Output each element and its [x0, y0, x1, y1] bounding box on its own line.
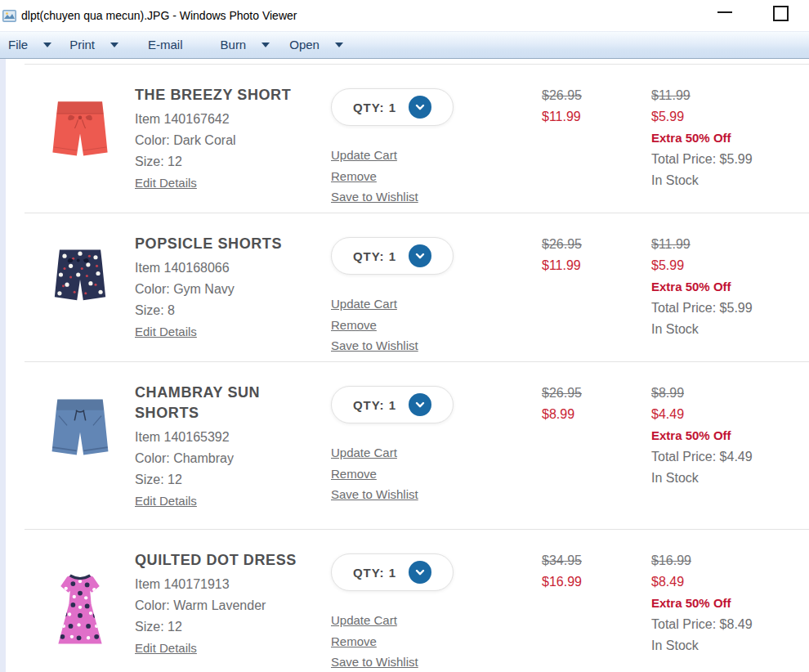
- update-cart-link[interactable]: Update Cart: [331, 145, 397, 166]
- chevron-down-icon: [261, 43, 270, 47]
- product-image-chambray-shorts: [41, 392, 119, 461]
- current-price: $8.99: [542, 404, 651, 425]
- save-to-wishlist-link[interactable]: Save to Wishlist: [331, 186, 418, 208]
- current-price: $11.99: [542, 255, 651, 276]
- total-price: Total Price: $5.99: [651, 149, 809, 170]
- sale-price: $5.99: [651, 106, 809, 128]
- total-price: Total Price: $4.49: [651, 446, 809, 468]
- product-size: Size: 12: [135, 616, 331, 638]
- product-item-number: Item 140165392: [135, 427, 331, 448]
- photo-viewer-window: dlpt(chuyen qua mecun).JPG - Windows Pho…: [0, 0, 809, 672]
- cart-item-row: THE BREEZY SHORT Item 140167642 Color: D…: [0, 64, 809, 213]
- promo-label: Extra 50% Off: [651, 593, 809, 614]
- original-price: $34.95: [542, 550, 651, 571]
- titlebar: dlpt(chuyen qua mecun).JPG - Windows Pho…: [0, 0, 809, 31]
- current-price: $11.99: [542, 106, 651, 128]
- qty-dropdown[interactable]: QTY: 1: [331, 386, 454, 423]
- product-name: POPSICLE SHORTS: [135, 234, 313, 254]
- promo-label: Extra 50% Off: [651, 128, 809, 149]
- update-cart-link[interactable]: Update Cart: [331, 610, 397, 631]
- photo-canvas: THE BREEZY SHORT Item 140167642 Color: D…: [0, 59, 809, 672]
- remove-link[interactable]: Remove: [331, 166, 377, 187]
- minimize-button[interactable]: [717, 11, 732, 13]
- product-image-dot-dress: [51, 560, 110, 658]
- edit-details-link[interactable]: Edit Details: [135, 491, 197, 512]
- stock-status: In Stock: [651, 635, 809, 656]
- product-image-coral-shorts: [42, 95, 118, 162]
- save-to-wishlist-link[interactable]: Save to Wishlist: [331, 652, 418, 672]
- product-color: Color: Dark Coral: [135, 130, 331, 151]
- product-size: Size: 8: [135, 300, 331, 321]
- total-price: Total Price: $5.99: [651, 298, 809, 319]
- menu-burn[interactable]: Burn: [221, 33, 270, 57]
- stock-status: In Stock: [651, 319, 809, 340]
- menu-print[interactable]: Print: [69, 33, 118, 57]
- chevron-down-icon: [409, 393, 431, 416]
- original-price: $26.95: [542, 383, 651, 404]
- product-color: Color: Warm Lavender: [135, 595, 331, 616]
- qty-dropdown[interactable]: QTY: 1: [331, 553, 454, 591]
- stock-status: In Stock: [651, 170, 809, 191]
- update-cart-link[interactable]: Update Cart: [331, 293, 397, 315]
- remove-link[interactable]: Remove: [331, 464, 377, 485]
- chevron-down-icon: [409, 561, 431, 584]
- chevron-down-icon: [335, 43, 343, 47]
- total-price: Total Price: $8.49: [651, 614, 809, 635]
- menu-open[interactable]: Open: [289, 33, 343, 57]
- product-name: THE BREEZY SHORT: [135, 85, 313, 105]
- menu-file[interactable]: File: [8, 33, 51, 57]
- sale-original-price: $16.99: [651, 550, 809, 571]
- sale-price: $4.49: [651, 404, 809, 425]
- chevron-down-icon: [409, 96, 431, 119]
- menu-email[interactable]: E-mail: [148, 33, 183, 57]
- qty-value: QTY: 1: [353, 249, 396, 263]
- product-item-number: Item 140171913: [135, 574, 331, 595]
- product-size: Size: 12: [135, 469, 331, 491]
- remove-link[interactable]: Remove: [331, 315, 377, 336]
- edit-details-link[interactable]: Edit Details: [135, 321, 197, 343]
- edit-details-link[interactable]: Edit Details: [135, 638, 197, 659]
- sale-price: $5.99: [651, 255, 809, 276]
- product-size: Size: 12: [135, 151, 331, 172]
- window-title: dlpt(chuyen qua mecun).JPG - Windows Pho…: [21, 9, 297, 22]
- product-item-number: Item 140168066: [135, 258, 331, 279]
- remove-link[interactable]: Remove: [331, 631, 377, 652]
- chevron-down-icon: [43, 43, 51, 47]
- original-price: $26.95: [542, 85, 651, 106]
- original-price: $26.95: [542, 234, 651, 255]
- qty-value: QTY: 1: [353, 101, 396, 114]
- cart-item-row: CHAMBRAY SUN SHORTS Item 140165392 Color…: [0, 361, 809, 529]
- update-cart-link[interactable]: Update Cart: [331, 442, 397, 464]
- chevron-down-icon: [110, 43, 118, 47]
- qty-dropdown[interactable]: QTY: 1: [331, 237, 454, 275]
- qty-value: QTY: 1: [353, 398, 396, 412]
- sale-price: $8.49: [651, 571, 809, 593]
- sale-original-price: $11.99: [651, 234, 809, 255]
- current-price: $16.99: [542, 571, 651, 593]
- product-name: QUILTED DOT DRESS: [135, 550, 313, 571]
- qty-value: QTY: 1: [353, 566, 396, 580]
- edit-details-link[interactable]: Edit Details: [135, 172, 197, 194]
- chevron-down-icon: [409, 244, 431, 267]
- cart-item-row: POPSICLE SHORTS Item 140168066 Color: Gy…: [0, 213, 809, 361]
- promo-label: Extra 50% Off: [651, 276, 809, 298]
- product-name: CHAMBRAY SUN SHORTS: [135, 383, 313, 423]
- cart-item-row: QUILTED DOT DRESS Item 140171913 Color: …: [0, 529, 809, 672]
- save-to-wishlist-link[interactable]: Save to Wishlist: [331, 335, 418, 356]
- qty-dropdown[interactable]: QTY: 1: [331, 88, 454, 126]
- maximize-button[interactable]: [773, 6, 789, 21]
- sale-original-price: $8.99: [651, 383, 809, 404]
- product-image-navy-shorts: [46, 244, 114, 306]
- menubar: File Print E-mail Burn Open: [0, 31, 809, 59]
- stock-status: In Stock: [651, 468, 809, 489]
- product-color: Color: Gym Navy: [135, 279, 331, 300]
- product-color: Color: Chambray: [135, 448, 331, 469]
- promo-label: Extra 50% Off: [651, 425, 809, 446]
- product-item-number: Item 140167642: [135, 109, 331, 130]
- sale-original-price: $11.99: [651, 85, 809, 106]
- photo-viewer-icon: [2, 10, 16, 22]
- save-to-wishlist-link[interactable]: Save to Wishlist: [331, 484, 418, 505]
